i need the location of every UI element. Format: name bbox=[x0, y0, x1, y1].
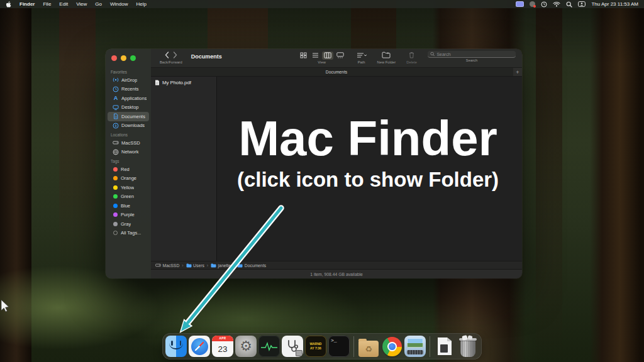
dock-icon-calendar[interactable]: APR 23 bbox=[212, 336, 233, 357]
svg-text:A: A bbox=[114, 95, 118, 101]
sidebar-item-applications[interactable]: A Applications bbox=[108, 94, 149, 103]
menubar-clock[interactable]: Thu Apr 23 11:53 AM bbox=[591, 1, 638, 7]
path-item-documents[interactable]: Documents bbox=[237, 263, 266, 268]
finder-sidebar: Favorites AirDrop Recents A Applications… bbox=[106, 49, 151, 278]
sidebar-tag-orange[interactable]: Orange bbox=[108, 174, 149, 184]
sidebar-item-desktop[interactable]: Desktop bbox=[108, 103, 149, 112]
clock-status-icon[interactable] bbox=[541, 1, 547, 8]
notification-app-icon[interactable] bbox=[530, 1, 535, 7]
tag-label: Blue bbox=[121, 203, 130, 209]
status-text: 1 item, 908.44 GB available bbox=[310, 272, 363, 277]
tab-documents[interactable]: Documents bbox=[326, 70, 347, 74]
search-field[interactable] bbox=[428, 51, 516, 58]
tag-color-dot bbox=[113, 194, 118, 199]
empty-column-area bbox=[217, 77, 522, 261]
dock-icon-system-preferences[interactable]: ⚙ bbox=[235, 336, 257, 357]
tab-bar: Documents + bbox=[151, 68, 522, 77]
dock-icon-diagnostics[interactable] bbox=[282, 336, 303, 357]
sidebar-item-label: Recents bbox=[121, 86, 139, 92]
sidebar-item-label: Applications bbox=[121, 96, 147, 101]
sidebar-item-documents[interactable]: Documents bbox=[108, 112, 149, 121]
menu-help[interactable]: Help bbox=[136, 1, 146, 7]
path-item-users[interactable]: Users bbox=[186, 263, 204, 268]
dock-icon-finder[interactable] bbox=[165, 336, 187, 357]
sidebar-section-locations: Locations bbox=[106, 130, 151, 138]
globe-icon bbox=[113, 149, 119, 155]
sidebar-item-network[interactable]: Network bbox=[108, 148, 149, 157]
close-window-button[interactable] bbox=[111, 55, 117, 61]
pdf-file-icon bbox=[155, 80, 160, 85]
screen-recording-indicator-icon[interactable] bbox=[516, 1, 524, 7]
dock-icon-activity-monitor[interactable] bbox=[258, 336, 280, 357]
gallery-view-button[interactable] bbox=[335, 52, 346, 60]
new-tab-button[interactable]: + bbox=[513, 68, 522, 76]
compass-icon bbox=[191, 338, 208, 355]
path-menu-button[interactable] bbox=[357, 50, 367, 61]
dock-icon-recycle-folder[interactable]: ♻ bbox=[358, 336, 379, 357]
sidebar-tag-green[interactable]: Green bbox=[108, 192, 149, 202]
window-title: Documents bbox=[191, 53, 222, 60]
path-item-macssd[interactable]: MacSSD bbox=[155, 263, 179, 268]
drive-icon bbox=[113, 140, 119, 146]
tag-color-dot bbox=[113, 222, 118, 226]
sidebar-item-label: AirDrop bbox=[121, 77, 137, 83]
tag-color-dot bbox=[113, 167, 118, 172]
sidebar-item-downloads[interactable]: Downloads bbox=[108, 121, 149, 131]
sidebar-tag-blue[interactable]: Blue bbox=[108, 201, 149, 211]
sidebar-item-airdrop[interactable]: AirDrop bbox=[108, 75, 149, 85]
finder-main-pane: Back/Forward Documents View bbox=[151, 49, 522, 278]
back-button[interactable] bbox=[165, 50, 169, 61]
tag-label: Yellow bbox=[121, 185, 134, 190]
user-switch-icon[interactable] bbox=[578, 1, 586, 7]
file-row[interactable]: My Photo.pdf bbox=[151, 79, 216, 87]
sidebar-item-label: Documents bbox=[121, 114, 145, 119]
apple-logo-icon[interactable] bbox=[6, 1, 11, 8]
search-icon bbox=[430, 52, 435, 57]
keyboard-icon bbox=[407, 350, 423, 354]
menu-finder[interactable]: Finder bbox=[19, 1, 35, 7]
finder-window: Favorites AirDrop Recents A Applications… bbox=[106, 49, 522, 278]
path-item-janette[interactable]: janette bbox=[211, 263, 231, 268]
dock-icon-image-capture[interactable] bbox=[404, 336, 426, 357]
dock-icon-status-widget[interactable]: WARND AY 7:36 bbox=[305, 336, 326, 357]
search-input[interactable] bbox=[436, 52, 513, 57]
sidebar-tag-yellow[interactable]: Yellow bbox=[108, 183, 149, 192]
drive-icon bbox=[155, 263, 161, 268]
wifi-icon[interactable] bbox=[553, 1, 560, 7]
tag-label: Orange bbox=[121, 175, 136, 181]
view-label: View bbox=[318, 60, 325, 64]
menu-go[interactable]: Go bbox=[95, 1, 102, 7]
dock-icon-chrome[interactable] bbox=[381, 336, 402, 357]
new-folder-button[interactable] bbox=[382, 50, 391, 61]
calendar-month: APR bbox=[212, 336, 233, 341]
tag-label: Gray bbox=[121, 221, 131, 227]
delete-button[interactable] bbox=[409, 50, 414, 61]
forward-button[interactable] bbox=[173, 50, 177, 61]
dock-icon-trash[interactable] bbox=[457, 336, 479, 357]
menu-file[interactable]: File bbox=[43, 1, 51, 7]
spotlight-search-icon[interactable] bbox=[566, 1, 572, 8]
sidebar-tag-gray[interactable]: Gray bbox=[108, 219, 149, 229]
tag-label: Green bbox=[121, 194, 134, 199]
list-view-button[interactable] bbox=[310, 52, 321, 60]
airdrop-icon bbox=[113, 77, 119, 83]
icon-view-button[interactable] bbox=[298, 52, 309, 60]
zoom-window-button[interactable] bbox=[130, 55, 136, 61]
photo-icon bbox=[407, 338, 423, 348]
window-controls bbox=[106, 55, 151, 67]
menu-edit[interactable]: Edit bbox=[59, 1, 68, 7]
dock-icon-documents-stack[interactable] bbox=[434, 336, 455, 357]
status-widget-line1: WARND bbox=[310, 343, 322, 346]
sidebar-tag-red[interactable]: Red bbox=[108, 165, 149, 174]
sidebar-item-recents[interactable]: Recents bbox=[108, 85, 149, 94]
dock-icon-safari[interactable] bbox=[189, 336, 210, 357]
column-view-button[interactable] bbox=[322, 52, 333, 60]
sidebar-item-macssd[interactable]: MacSSD bbox=[108, 138, 149, 148]
sidebar-tag-purple[interactable]: Purple bbox=[108, 211, 149, 220]
clock-icon bbox=[113, 86, 119, 92]
minimize-window-button[interactable] bbox=[121, 55, 126, 61]
dock-icon-terminal[interactable]: >_ bbox=[328, 336, 350, 357]
menu-window[interactable]: Window bbox=[110, 1, 128, 7]
menu-view[interactable]: View bbox=[76, 1, 87, 7]
sidebar-tag-all-tags[interactable]: All Tags... bbox=[108, 229, 149, 238]
